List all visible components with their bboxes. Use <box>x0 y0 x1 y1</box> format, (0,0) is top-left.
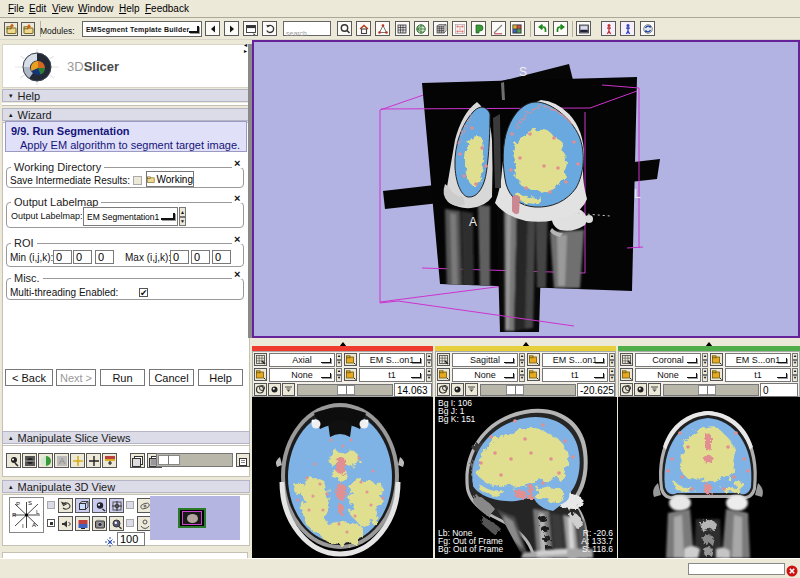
svg-text:A: A <box>58 456 64 466</box>
svg-text:L: L <box>36 509 40 515</box>
svg-text:I: I <box>22 523 24 529</box>
svg-text:A: A <box>469 215 477 229</box>
svg-text:S: S <box>28 500 32 506</box>
svg-text:Bg: Out of Frame: Bg: Out of Frame <box>438 544 503 554</box>
svg-text:S: S <box>519 65 527 79</box>
svg-text:A: A <box>32 522 36 528</box>
svg-text:S: 118.6: S: 118.6 <box>582 544 613 554</box>
svg-text:Bg K: 151: Bg K: 151 <box>438 414 476 424</box>
svg-text:L: L <box>634 187 641 201</box>
svg-text:R: R <box>12 512 17 518</box>
svg-text:P: P <box>16 501 20 507</box>
